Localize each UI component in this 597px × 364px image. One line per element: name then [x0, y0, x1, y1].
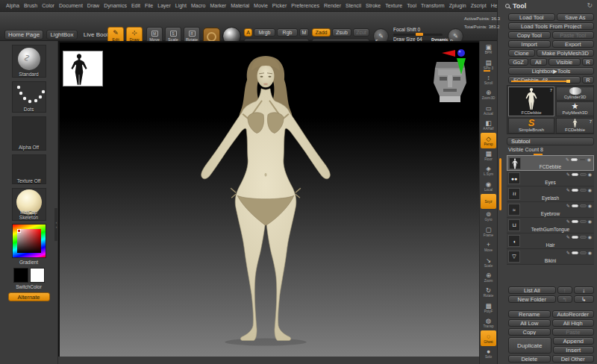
subtool-scrollbar[interactable] — [499, 158, 501, 210]
current-texture-tile[interactable]: Texture Off — [12, 154, 46, 184]
list-all-button[interactable]: List All — [508, 286, 556, 294]
lightbox-button[interactable]: LightBox — [46, 30, 78, 40]
move-out-button[interactable]: ↰ — [557, 295, 572, 303]
eye-icon[interactable]: ◉ — [588, 188, 592, 192]
move-in-button[interactable]: ↳ — [574, 295, 594, 303]
subtool-item[interactable]: ◖ ✎ ◉ Hair — [507, 233, 594, 249]
toggle-on[interactable] — [572, 204, 578, 207]
right-shelf-button[interactable]: ⊕ Zoom3D — [480, 87, 497, 102]
toggle-off[interactable] — [580, 251, 587, 254]
menu-item[interactable]: Marker — [210, 3, 226, 8]
right-shelf-button[interactable]: ▦ Floor — [480, 148, 497, 163]
toggle-off[interactable] — [580, 236, 587, 239]
slider-handle[interactable] — [566, 80, 570, 83]
copy-button[interactable]: Copy — [508, 328, 551, 336]
zcut-button[interactable]: Zcut — [353, 28, 369, 37]
menu-item[interactable]: Render — [324, 3, 341, 8]
rgb-button[interactable]: Rgb — [277, 28, 298, 37]
menu-item[interactable]: Color — [42, 3, 54, 8]
eye-icon[interactable]: ◉ — [587, 157, 591, 162]
menu-item[interactable]: Stroke — [366, 3, 381, 8]
eye-icon[interactable]: ◉ — [588, 172, 592, 177]
toggle-on[interactable] — [572, 220, 578, 223]
subtool-item[interactable]: ●● ✎ ◉ Eyes — [507, 171, 594, 186]
polypaint-icon[interactable]: ✎ — [566, 172, 570, 177]
eye-icon[interactable]: ◉ — [588, 204, 592, 208]
tool-thumb-polymesh3d[interactable]: ★ PolyMesh3D — [556, 101, 594, 116]
autoreorder-button[interactable]: AutoReorder — [552, 310, 595, 318]
lightbox-tools-button[interactable]: Lightbox▶Tools — [508, 67, 594, 75]
all-low-button[interactable]: All Low — [508, 319, 551, 327]
menu-item[interactable]: Texture — [385, 3, 402, 8]
duplicate-button[interactable]: Duplicate — [508, 337, 551, 354]
menu-item[interactable]: Dynamics — [104, 3, 127, 8]
m-button[interactable]: M — [299, 28, 309, 37]
right-shelf-button[interactable]: ⊚ Gyro — [480, 209, 497, 224]
subtool-item[interactable]: ⊔ ✎ ◉ TeethGumTongue — [507, 218, 594, 233]
current-brush-tile[interactable]: ∿ Standard — [12, 45, 46, 78]
toggle-on[interactable] — [572, 173, 578, 176]
polypaint-icon[interactable]: ✎ — [566, 188, 570, 192]
import-button[interactable]: Import — [508, 40, 551, 48]
current-stroke-tile[interactable]: Dots — [12, 81, 46, 113]
toggle-off[interactable] — [580, 173, 587, 176]
axis-indicator[interactable] — [439, 46, 476, 80]
right-shelf-button[interactable]: ↻ Rotate — [480, 285, 497, 300]
menu-item[interactable]: Zscript — [471, 3, 487, 8]
paste-tool-button[interactable]: Paste Tool — [552, 31, 595, 39]
menu-item[interactable]: Macro — [191, 3, 205, 8]
polypaint-icon[interactable]: ✎ — [566, 204, 570, 208]
home-page-button[interactable]: Home Page — [4, 30, 43, 40]
visible-count-slider[interactable]: Visible Count 8 — [508, 147, 543, 152]
refresh-icon[interactable]: ↻ — [587, 1, 593, 9]
right-shelf-button[interactable]: ◉ Local — [480, 179, 497, 194]
tool-palette-header[interactable]: Tool ↻ — [498, 0, 597, 12]
polypaint-icon[interactable]: ✎ — [566, 219, 570, 224]
eye-icon[interactable]: ◉ — [588, 219, 592, 224]
toggle-off[interactable] — [580, 204, 587, 207]
menu-item[interactable]: Light — [175, 3, 187, 8]
toggle-on[interactable] — [571, 158, 578, 161]
menu-item[interactable]: Tool — [407, 3, 416, 8]
current-material-tile[interactable]: MatCap Skeleton — [12, 188, 46, 221]
model-figure[interactable] — [60, 43, 479, 357]
menu-item[interactable]: Transform — [421, 3, 445, 8]
all-button[interactable]: All — [530, 58, 547, 66]
all-high-button[interactable]: All High — [552, 319, 595, 327]
paste-button[interactable]: Paste — [552, 328, 595, 336]
toggle-off[interactable] — [579, 158, 586, 161]
slider-handle[interactable] — [416, 33, 423, 36]
tool-thumb-cylinder3d[interactable]: Cylinder3D — [556, 87, 594, 101]
current-alpha-tile[interactable]: Alpha Off — [12, 116, 46, 151]
right-shelf-button[interactable]: ↕ Scroll — [480, 72, 497, 87]
right-shelf-button[interactable]: ◌ Ghost — [481, 330, 496, 345]
move-up-button[interactable]: ↑ — [557, 286, 572, 294]
subtool-item[interactable]: ✎ ◉ FCDebbie — [507, 155, 594, 171]
right-shelf-button[interactable]: + Move — [480, 239, 497, 254]
right-shelf-button[interactable]: ● Solo — [480, 346, 497, 361]
menu-item[interactable]: Layer — [157, 3, 171, 8]
eye-icon[interactable]: ◉ — [588, 251, 592, 255]
tool-thumb-fcdebbie-2[interactable]: FCDebbie 7 — [556, 118, 594, 134]
right-shelf-button[interactable]: ▤ SPix 3 — [480, 57, 497, 72]
right-shelf-button[interactable]: ▩ PolyF — [480, 301, 497, 316]
subtool-item[interactable]: ▽ ✎ ◉ Bikini — [507, 249, 594, 265]
subtool-item[interactable]: ≈ ✎ ◉ Eyebrow — [507, 202, 594, 218]
color-picker[interactable] — [12, 224, 46, 258]
main-color-swatch[interactable] — [13, 268, 28, 283]
eye-icon[interactable]: ◉ — [588, 235, 592, 239]
toggle-off[interactable] — [580, 189, 587, 192]
visible-button[interactable]: Visible — [548, 58, 581, 66]
menu-item[interactable]: Material — [231, 3, 249, 8]
polypaint-icon[interactable]: ✎ — [566, 157, 569, 162]
right-shelf-button[interactable]: ◍ Transp — [480, 316, 497, 330]
del-other-button[interactable]: Del Other — [552, 355, 595, 363]
zadd-button[interactable]: Zadd — [312, 28, 331, 37]
right-shelf-button[interactable]: ▢ Frame — [480, 225, 497, 239]
menu-item[interactable]: Zplugin — [449, 3, 466, 8]
document-canvas[interactable] — [58, 41, 479, 357]
toggle-off[interactable] — [580, 220, 587, 223]
right-shelf-button[interactable]: ⊕ Zoom — [480, 270, 497, 285]
menu-item[interactable]: Document — [59, 3, 83, 8]
mrgb-button[interactable]: Mrgb — [254, 28, 275, 37]
